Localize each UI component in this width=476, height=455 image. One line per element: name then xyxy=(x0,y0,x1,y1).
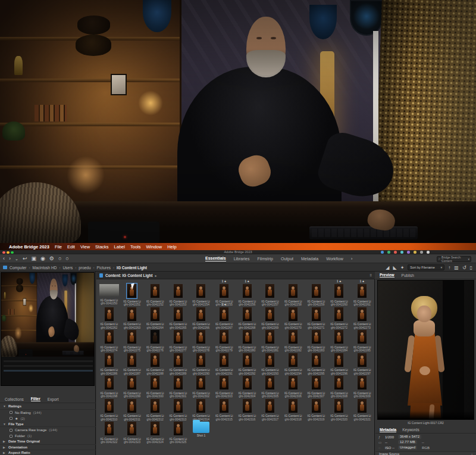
grid-item[interactable]: IG Content Light-0042297 xyxy=(350,349,374,372)
grid-item[interactable]: IG Content Light-0042272 xyxy=(328,303,351,326)
grid-item[interactable]: IG Content Light-0042285 xyxy=(350,326,374,349)
grid-item[interactable]: IG Content Light-0042264 xyxy=(143,303,167,326)
status-icon[interactable] xyxy=(407,251,410,254)
grid-item[interactable]: IG Content Light-0042268 xyxy=(236,303,259,326)
grid-item[interactable]: IG Content Light-0042322 xyxy=(98,417,121,441)
breadcrumb-item[interactable]: Users xyxy=(62,266,73,270)
grid-item[interactable]: IG Content Light-0042292 xyxy=(236,349,259,372)
tab-essentials[interactable]: Essentials xyxy=(205,256,226,261)
grid-item[interactable]: IG Content Light-0042304 xyxy=(236,372,259,395)
tab-collections[interactable]: Collections xyxy=(5,397,24,401)
status-icon[interactable] xyxy=(394,251,397,254)
history-dropdown-icon[interactable]: ⌄ xyxy=(15,254,18,263)
filter-group[interactable]: ▼Ratings xyxy=(0,404,96,410)
grid-item[interactable]: IG Content Light-0042303 xyxy=(212,372,236,395)
grid-item[interactable]: IG Content Light-0042293 xyxy=(259,349,282,372)
app-menu-title[interactable]: Adobe Bridge 2023 xyxy=(9,244,49,250)
grid-item[interactable]: IG Content Light-0042265 xyxy=(167,303,190,326)
tab-filmstrip[interactable]: Filmstrip xyxy=(258,257,273,261)
grid-item[interactable]: IG Content Light-0042311 xyxy=(121,395,144,418)
grid-item[interactable]: IG Content Light-0042253 xyxy=(167,280,190,303)
search-scope-dropdown-icon[interactable]: ▾ xyxy=(468,257,469,261)
status-icon[interactable] xyxy=(381,251,384,254)
filter-group[interactable]: ▶Orientation xyxy=(0,445,96,451)
grid-item[interactable]: IG Content Light-0042288 xyxy=(143,349,167,372)
grid-item[interactable]: 1 ★IG Content Light-0042256 xyxy=(236,280,259,303)
grid-item[interactable]: IG Content Light-0042314 xyxy=(190,395,213,418)
rotate-icon[interactable]: ○ xyxy=(65,254,68,263)
grid-item[interactable]: IG Content Light-0042320 xyxy=(328,395,351,418)
grid-item[interactable]: IG Content Light-0042315 xyxy=(212,395,236,418)
filter-item[interactable]: No Rating(144) xyxy=(0,410,96,416)
status-icon[interactable] xyxy=(400,251,403,254)
status-icon[interactable] xyxy=(420,251,423,254)
grid-item-folder[interactable]: Shot 1 xyxy=(190,417,213,441)
refine-icon[interactable]: ◉ xyxy=(40,254,45,263)
checkbox-icon[interactable] xyxy=(10,435,12,438)
checkbox-icon[interactable] xyxy=(10,417,12,420)
grid-item[interactable]: IG Content Light-0042309 xyxy=(350,372,374,395)
tab-output[interactable]: Output xyxy=(281,257,293,261)
grid-item[interactable]: IG Content Light-0042324 xyxy=(143,417,167,441)
menu-item-window[interactable]: Window xyxy=(146,244,162,250)
checkbox-icon[interactable] xyxy=(10,411,12,414)
filter-group[interactable]: ▶Aspect Ratio xyxy=(0,450,96,455)
menu-item-view[interactable]: View xyxy=(80,244,90,250)
tab-workflow[interactable]: Workflow xyxy=(326,257,343,261)
delete-icon[interactable]: ▯ xyxy=(470,265,472,270)
grid-item[interactable]: IG Content Light-0042312 xyxy=(143,395,167,418)
metadata-section[interactable]: Image Source› xyxy=(375,451,476,455)
grid-item[interactable]: IG Content Light-0042259 xyxy=(305,280,328,303)
grid-item[interactable]: IG Content Light-0042321 xyxy=(350,395,374,418)
grid-item[interactable]: IG Content Light-0042325 xyxy=(167,417,190,441)
menu-item-tools[interactable]: Tools xyxy=(130,244,141,250)
menu-item-edit[interactable]: Edit xyxy=(67,244,75,250)
grid-item[interactable]: IG Content Light-0042257 xyxy=(259,280,282,303)
grid-item[interactable]: IG Content Light-0042299 xyxy=(121,372,144,395)
grid-item[interactable]: IG Content Light-0042251 xyxy=(121,280,144,303)
filter-ratings-icon[interactable]: ✦ xyxy=(400,265,405,270)
filter-item[interactable]: Folder(1) xyxy=(0,433,96,439)
grid-item[interactable]: IG Content Light-0042274 xyxy=(98,326,121,349)
workspace-overflow-icon[interactable]: › xyxy=(351,256,353,261)
grid-item[interactable]: 1 ★IG Content Light-0042267 xyxy=(212,303,236,326)
grid-item[interactable]: IG Content Light-0042323 xyxy=(121,417,144,441)
grid-item[interactable]: IG Content Light-0042301 xyxy=(167,372,190,395)
grid-item[interactable]: IG Content Light-0042298 xyxy=(98,372,121,395)
grid-item[interactable]: IG Content Light-0042280 xyxy=(236,326,259,349)
breadcrumb-item[interactable]: proedu xyxy=(79,266,90,270)
grid-item[interactable]: IG Content Light-0042270 xyxy=(281,303,305,326)
back-button[interactable]: ‹ xyxy=(3,254,5,263)
breadcrumb-item[interactable]: Computer xyxy=(10,266,27,270)
grid-item[interactable]: IG Content Light-0042291 xyxy=(212,349,236,372)
grid-item[interactable]: IG Content Light-0042310 xyxy=(98,395,121,418)
grid-item[interactable]: 1 ★IG Content Light-0042260 xyxy=(328,280,351,303)
grid-item[interactable]: IG Content Light-0042263 xyxy=(121,303,144,326)
breadcrumb-item[interactable]: Macintosh HD xyxy=(33,266,57,270)
checkbox-icon[interactable] xyxy=(10,429,12,432)
tab-publish[interactable]: Publish xyxy=(402,273,414,278)
grid-item[interactable]: IG Content Light-0042318 xyxy=(281,395,305,418)
boomerang-return-icon[interactable]: ↩ xyxy=(23,254,27,263)
tab-keywords[interactable]: Keywords xyxy=(402,428,419,432)
grid-item[interactable]: IG Content Light-0042289 xyxy=(167,349,190,372)
grid-item[interactable]: IG Content Light-0042252 xyxy=(143,280,167,303)
thumbnail-quality-icon[interactable]: ◢ xyxy=(386,265,389,270)
grid-item[interactable]: IG Content Light-0042266 xyxy=(190,303,213,326)
menu-item-label[interactable]: Label xyxy=(114,244,125,250)
menu-item-stacks[interactable]: Stacks xyxy=(95,244,109,250)
grid-item[interactable]: IG Content Light-0042279 xyxy=(212,326,236,349)
grid-item[interactable]: IG Content Light-0042275 xyxy=(121,326,144,349)
camera-raw-icon[interactable]: ○ xyxy=(58,254,61,263)
grid-item[interactable]: IG Content Light-0042296 xyxy=(328,349,351,372)
status-icon[interactable] xyxy=(387,251,390,254)
tab-libraries[interactable]: Libraries xyxy=(234,257,250,261)
grid-item[interactable]: IG Content Light-0042287 xyxy=(121,349,144,372)
breadcrumb-item[interactable]: Pictures xyxy=(97,266,111,270)
menu-item-help[interactable]: Help xyxy=(167,244,176,250)
grid-item[interactable]: IG Content Light-0042316 xyxy=(236,395,259,418)
grid-item[interactable]: IG Content Light-0042276 xyxy=(143,326,167,349)
menu-item-file[interactable]: File xyxy=(55,244,62,250)
search-input[interactable]: ⌕ Bridge Search: Content ▾ xyxy=(437,256,471,262)
tab-export[interactable]: Export xyxy=(48,397,59,401)
